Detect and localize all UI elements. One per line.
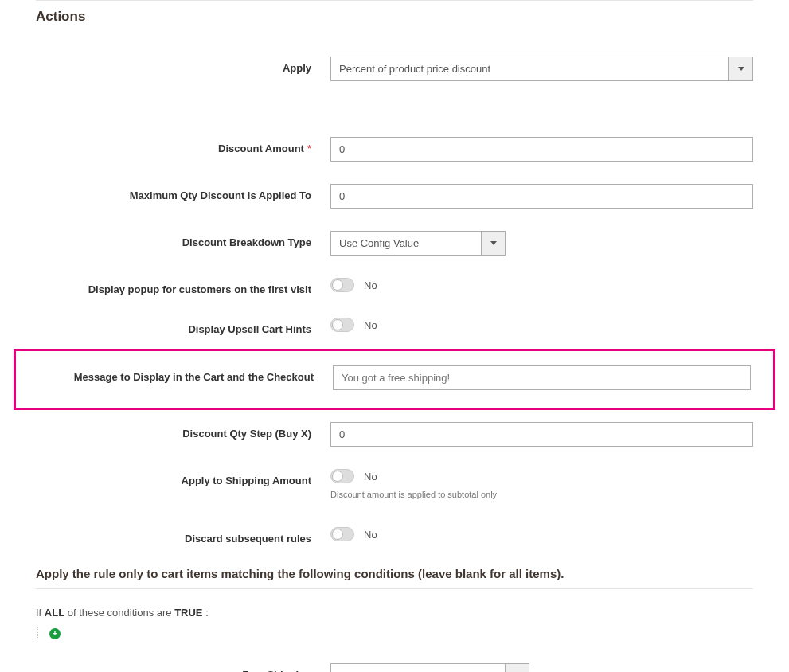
label-cart-message: Message to Display in the Cart and the C… bbox=[38, 365, 333, 383]
conditions-heading: Apply the rule only to cart items matchi… bbox=[36, 567, 753, 580]
row-qty-step: Discount Qty Step (Buy X) bbox=[36, 422, 753, 447]
toggle-knob bbox=[332, 529, 343, 540]
conditions-divider bbox=[36, 588, 753, 589]
toggle-knob bbox=[332, 471, 343, 482]
apply-select[interactable] bbox=[330, 57, 753, 81]
conditions-line: If ALL of these conditions are TRUE : bbox=[36, 607, 753, 619]
discard-rules-toggle[interactable] bbox=[330, 527, 354, 541]
max-qty-input[interactable] bbox=[330, 184, 753, 209]
label-popup-first-visit: Display popup for customers on the first… bbox=[36, 278, 330, 295]
apply-to-shipping-state: No bbox=[364, 471, 377, 483]
row-max-qty: Maximum Qty Discount is Applied To bbox=[36, 184, 753, 209]
label-discount-amount-text: Discount Amount bbox=[218, 143, 304, 154]
popup-first-visit-state: No bbox=[364, 279, 377, 291]
apply-select-wrap[interactable] bbox=[330, 57, 753, 81]
breakdown-select[interactable] bbox=[330, 231, 506, 256]
row-cart-message-highlight: Message to Display in the Cart and the C… bbox=[14, 349, 775, 410]
cond-true[interactable]: TRUE bbox=[174, 607, 202, 619]
discount-amount-input[interactable] bbox=[330, 137, 753, 162]
row-free-shipping: Free Shipping bbox=[36, 663, 753, 673]
qty-step-input[interactable] bbox=[330, 422, 753, 447]
add-condition-button[interactable]: + bbox=[49, 628, 61, 639]
cart-message-input[interactable] bbox=[333, 365, 751, 390]
label-upsell-hints: Display Upsell Cart Hints bbox=[36, 318, 330, 335]
row-discount-amount: Discount Amount* bbox=[36, 137, 753, 162]
row-popup-first-visit: Display popup for customers on the first… bbox=[36, 278, 753, 295]
label-qty-step: Discount Qty Step (Buy X) bbox=[36, 422, 330, 440]
row-apply: Apply bbox=[36, 57, 753, 81]
free-shipping-select-wrap[interactable] bbox=[330, 663, 529, 673]
row-upsell-hints: Display Upsell Cart Hints No bbox=[36, 318, 753, 335]
upsell-hints-toggle[interactable] bbox=[330, 318, 354, 332]
cond-all[interactable]: ALL bbox=[45, 607, 64, 619]
conditions-tree: + bbox=[37, 627, 753, 639]
label-free-shipping: Free Shipping bbox=[36, 663, 330, 673]
row-breakdown: Discount Breakdown Type bbox=[36, 231, 753, 256]
cond-mid: of these conditions are bbox=[64, 607, 174, 619]
upsell-hints-state: No bbox=[364, 319, 377, 331]
cond-prefix: If bbox=[36, 607, 45, 619]
apply-to-shipping-toggle[interactable] bbox=[330, 469, 354, 483]
apply-to-shipping-hint: Discount amount is applied to subtotal o… bbox=[330, 490, 753, 499]
toggle-knob bbox=[332, 279, 343, 291]
label-discard-rules: Discard subsequent rules bbox=[36, 527, 330, 545]
plus-icon: + bbox=[53, 629, 57, 638]
toggle-knob bbox=[332, 319, 343, 330]
required-asterisk: * bbox=[307, 143, 311, 154]
label-max-qty: Maximum Qty Discount is Applied To bbox=[36, 184, 330, 201]
label-discount-amount: Discount Amount* bbox=[36, 137, 330, 154]
free-shipping-select[interactable] bbox=[330, 663, 529, 673]
discard-rules-state: No bbox=[364, 529, 377, 541]
label-apply: Apply bbox=[36, 57, 330, 74]
breakdown-select-wrap[interactable] bbox=[330, 231, 506, 256]
label-apply-to-shipping: Apply to Shipping Amount bbox=[36, 469, 330, 486]
section-title: Actions bbox=[36, 9, 753, 25]
popup-first-visit-toggle[interactable] bbox=[330, 278, 354, 292]
label-breakdown: Discount Breakdown Type bbox=[36, 231, 330, 248]
row-discard-rules: Discard subsequent rules No bbox=[36, 527, 753, 545]
row-apply-to-shipping: Apply to Shipping Amount No Discount amo… bbox=[36, 469, 753, 499]
cond-suffix: : bbox=[203, 607, 209, 619]
section-divider bbox=[36, 0, 753, 1]
